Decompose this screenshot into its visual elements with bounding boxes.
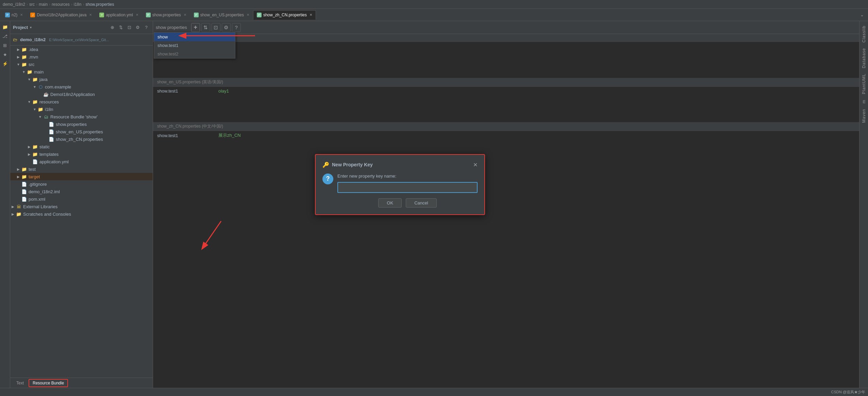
- commit-icon[interactable]: ⎇: [1, 32, 9, 40]
- tree-item-iml[interactable]: 📄 demo_i18n2.iml: [10, 188, 153, 195]
- tree-item-ext-lib[interactable]: ▶ 🏛 External Libraries: [10, 203, 153, 210]
- project-tree: ▶ 📁 .idea ▶ 📁 .mvn ▼ 📁 src: [10, 46, 153, 378]
- panel-title-arrow[interactable]: ▾: [30, 26, 32, 29]
- breadcrumb-item[interactable]: show.properties: [85, 2, 114, 7]
- tree-item-demo-app[interactable]: ☕ DemoI18n2Application: [10, 90, 153, 98]
- breadcrumb-item[interactable]: src: [29, 2, 35, 7]
- right-tab-plantuml[interactable]: PlantUML: [861, 71, 867, 97]
- tree-item-resource-bundle[interactable]: ▼ 🗂 Resource Bundle 'show': [10, 113, 153, 120]
- tree-item-i18n[interactable]: ▼ 📁 i18n: [10, 105, 153, 113]
- modal-question-icon: ?: [322, 174, 333, 184]
- project-path: E:\WorkSpace_cx\WorkSpace_Git...: [49, 38, 109, 42]
- right-tab-database[interactable]: Database: [861, 45, 867, 71]
- tab-resource-bundle[interactable]: Resource Bundle: [29, 379, 68, 387]
- folder-icon: 📁: [37, 106, 44, 112]
- tree-item-static[interactable]: ▶ 📁 static: [10, 143, 153, 150]
- dropdown-item-show-test1[interactable]: show.test1: [154, 41, 235, 50]
- tab-java[interactable]: J DemoI18n2Application.java ✕: [27, 10, 96, 20]
- tree-label-src: src: [29, 62, 34, 67]
- panel-title: Project: [13, 25, 28, 30]
- project-panel-icon[interactable]: 📁: [1, 23, 9, 31]
- tree-item-java[interactable]: ▼ 📁 java: [10, 76, 153, 83]
- tree-item-idea[interactable]: ▶ 📁 .idea: [10, 46, 153, 53]
- tree-item-resources[interactable]: ▼ 📁 resources: [10, 98, 153, 105]
- tree-label-demo-app: DemoI18n2Application: [50, 92, 95, 97]
- modal-close-btn[interactable]: ✕: [473, 162, 478, 168]
- folder-icon: 📁: [32, 76, 38, 82]
- props-val-en[interactable]: olay1: [218, 88, 855, 94]
- help-btn[interactable]: ?: [143, 24, 150, 31]
- settings-btn[interactable]: ⚙: [134, 24, 141, 31]
- new-element-btn[interactable]: ⊕: [108, 24, 116, 31]
- tab-text[interactable]: Text: [13, 380, 27, 386]
- tab-close-icon[interactable]: ✕: [247, 13, 249, 17]
- tree-item-target[interactable]: ▶ 📁 target: [10, 173, 153, 180]
- breadcrumb-item[interactable]: main: [39, 2, 48, 7]
- tree-item-pom[interactable]: 📄 pom.xml: [10, 195, 153, 203]
- modal-key-input[interactable]: [337, 182, 478, 193]
- right-tab-m[interactable]: m: [861, 97, 867, 106]
- tree-item-show-en-props[interactable]: 📄 show_en_US.properties: [10, 128, 153, 135]
- tree-item-test[interactable]: ▶ 📁 test: [10, 165, 153, 173]
- favorites-icon[interactable]: ★: [1, 50, 9, 59]
- props-zh-file-icon: 📄: [48, 136, 54, 142]
- tab-close-icon[interactable]: ✕: [136, 13, 138, 17]
- expand-all-btn[interactable]: ⊡: [126, 24, 133, 31]
- tree-item-com-example[interactable]: ▼ ⬡ com.example: [10, 83, 153, 90]
- tree-item-templates[interactable]: ▶ 📁 templates: [10, 150, 153, 158]
- tab-show-props[interactable]: P show.properties ✕: [142, 10, 190, 20]
- props-val-default[interactable]: 展示1: [218, 43, 855, 49]
- show-dropdown-popup: show show.test1 show.test2: [154, 32, 235, 59]
- jrebel-icon[interactable]: ⚡: [1, 60, 9, 68]
- tab-yaml[interactable]: Y application.yml ✕: [96, 10, 142, 20]
- tree-item-show-zh-props[interactable]: 📄 show_zh_CN.properties: [10, 135, 153, 143]
- breadcrumb-item[interactable]: demo_i18n2: [3, 2, 25, 7]
- tree-label-main: main: [34, 69, 44, 75]
- tab-show-zh-props[interactable]: P show_zh_CN.properties ✕: [253, 10, 316, 20]
- tree-item-scratches[interactable]: ▶ 📁 Scratches and Consoles: [10, 210, 153, 218]
- modal-ok-btn[interactable]: OK: [378, 198, 402, 208]
- tab-close-icon[interactable]: ✕: [89, 13, 92, 17]
- tree-item-show-props[interactable]: 📄 show.properties: [10, 120, 153, 128]
- right-sidebar: Classlib Database PlantUML m Maven: [859, 21, 868, 388]
- tab-close-icon[interactable]: ✕: [310, 13, 312, 17]
- tree-label-mvn: .mvn: [29, 54, 38, 60]
- tab-show-en-props[interactable]: P show_en_US.properties ✕: [190, 10, 253, 20]
- tree-label-target: target: [29, 174, 40, 179]
- tab-overflow-btn[interactable]: ⌄: [857, 12, 867, 17]
- props-file-icon: 📄: [48, 121, 54, 127]
- settings-props-btn[interactable]: ⚙: [222, 23, 231, 32]
- sort-props-btn[interactable]: ⇅: [201, 23, 210, 32]
- modal-cancel-btn[interactable]: Cancel: [406, 198, 436, 208]
- tree-item-src[interactable]: ▼ 📁 src: [10, 61, 153, 68]
- dropdown-item-show[interactable]: show: [154, 33, 235, 41]
- bottom-tab-bar: Text Resource Bundle: [10, 378, 153, 388]
- tree-label-gitignore: .gitignore: [29, 182, 47, 187]
- breadcrumb-item[interactable]: resources: [52, 2, 70, 7]
- iml-icon: 📄: [21, 188, 27, 195]
- yaml-file-icon: 📄: [32, 159, 38, 165]
- project-panel: Project ▾ ⊕ ⇅ ⊡ ⚙ ? 🗁 demo_i18n2 E:\Work…: [10, 21, 153, 388]
- structure-icon[interactable]: ⊞: [1, 41, 9, 49]
- breadcrumb-item[interactable]: i18n: [74, 2, 82, 7]
- tree-item-gitignore[interactable]: 📄 .gitignore: [10, 180, 153, 188]
- tree-item-app-yml[interactable]: 📄 application.yml: [10, 158, 153, 165]
- tree-label-bundle: Resource Bundle 'show': [50, 114, 98, 119]
- tab-close-icon[interactable]: ✕: [184, 13, 186, 17]
- tab-close-icon[interactable]: ✕: [20, 13, 23, 17]
- tree-item-mvn[interactable]: ▶ 📁 .mvn: [10, 53, 153, 61]
- tab-bar: P n2) ✕ J DemoI18n2Application.java ✕ Y …: [0, 9, 868, 21]
- props-val-zh[interactable]: 展示zh_CN: [218, 132, 855, 138]
- expand-props-btn[interactable]: ⊡: [212, 23, 220, 32]
- xml-icon: 📄: [21, 196, 27, 202]
- props-row-default: show.test1 展示1: [153, 42, 859, 51]
- tab-project[interactable]: P n2) ✕: [1, 10, 27, 20]
- dropdown-item-show-test2[interactable]: show.test2: [154, 50, 235, 58]
- tree-item-main[interactable]: ▼ 📁 main: [10, 68, 153, 76]
- add-property-btn[interactable]: +: [191, 23, 200, 32]
- right-tab-classlib[interactable]: Classlib: [861, 23, 867, 45]
- help-props-btn[interactable]: ?: [232, 23, 241, 32]
- right-tab-maven[interactable]: Maven: [861, 106, 867, 126]
- sort-btn[interactable]: ⇅: [117, 24, 124, 31]
- project-root-row[interactable]: 🗁 demo_i18n2 E:\WorkSpace_cx\WorkSpace_G…: [10, 34, 153, 46]
